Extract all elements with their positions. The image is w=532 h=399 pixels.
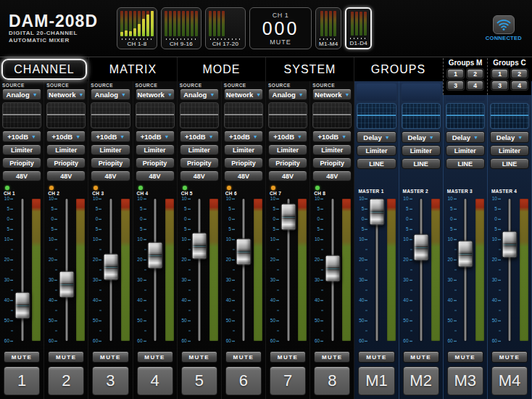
limiter-button[interactable]: Limiter (402, 145, 441, 156)
priority-button[interactable]: Priopity (224, 157, 263, 168)
fader-handle[interactable] (14, 292, 30, 319)
channel-select-button[interactable]: 1 (4, 366, 40, 395)
fader-handle[interactable] (502, 231, 518, 258)
mute-button[interactable]: MUTE (270, 351, 306, 363)
limiter-button[interactable]: Limiter (46, 144, 86, 155)
mute-button[interactable]: MUTE (137, 351, 173, 363)
fader-track[interactable] (21, 199, 24, 341)
mute-button[interactable]: MUTE (314, 351, 350, 363)
group-button-groups-m-1[interactable]: 1 (447, 69, 464, 78)
fader-track[interactable] (464, 199, 467, 341)
source-select[interactable]: Network▼ (46, 89, 86, 100)
gain-select[interactable]: +10dB▼ (268, 131, 307, 142)
limiter-button[interactable]: Limiter (446, 145, 485, 156)
channel-select-button[interactable]: 2 (48, 366, 84, 395)
line-button[interactable]: LINE (446, 158, 485, 169)
phantom-48v-button[interactable]: 48V (136, 170, 175, 181)
meter-group-d1-d4[interactable]: D1-D4 (345, 7, 372, 49)
channel-select-button[interactable]: M1 (358, 366, 394, 395)
delay-select[interactable]: Delay▼ (490, 131, 529, 143)
channel-select-button[interactable]: M4 (491, 366, 528, 395)
eq-display[interactable] (268, 102, 307, 128)
priority-button[interactable]: Priopity (91, 157, 130, 168)
fader-track[interactable] (508, 199, 511, 341)
meter-group-ch-1-8[interactable]: CH 1-8 (117, 7, 157, 49)
limiter-button[interactable]: Limiter (490, 145, 529, 156)
channel-select-button[interactable]: M3 (447, 366, 483, 395)
limiter-button[interactable]: Limiter (224, 144, 263, 155)
line-button[interactable]: LINE (402, 158, 441, 169)
eq-display[interactable] (224, 102, 263, 128)
tab-channel[interactable]: CHANNEL (1, 59, 87, 80)
meter-group-m1-m4[interactable]: M1-M4 (315, 7, 341, 49)
phantom-48v-button[interactable]: 48V (268, 170, 307, 181)
phantom-48v-button[interactable]: 48V (224, 170, 263, 181)
tab-mode[interactable]: MODE (177, 57, 265, 81)
phantom-48v-button[interactable]: 48V (180, 170, 219, 181)
gain-select[interactable]: +10dB▼ (312, 131, 352, 142)
eq-display[interactable] (357, 103, 396, 129)
fader-handle[interactable] (59, 271, 74, 297)
delay-select[interactable]: Delay▼ (357, 131, 396, 143)
priority-button[interactable]: Priopity (180, 157, 219, 168)
group-button-groups-c-3[interactable]: 3 (491, 81, 508, 90)
channel-select-button[interactable]: 6 (225, 366, 262, 395)
limiter-button[interactable]: Limiter (136, 144, 175, 155)
channel-select-button[interactable]: 8 (314, 366, 350, 395)
priority-button[interactable]: Priopity (268, 157, 307, 168)
fader-handle[interactable] (280, 204, 296, 231)
source-select[interactable]: Analog▼ (91, 89, 130, 100)
source-select[interactable]: Analog▼ (2, 89, 41, 100)
limiter-button[interactable]: Limiter (91, 144, 130, 155)
line-button[interactable]: LINE (357, 158, 396, 169)
fader-handle[interactable] (192, 232, 207, 259)
phantom-48v-button[interactable]: 48V (312, 170, 352, 181)
delay-select[interactable]: Delay▼ (402, 131, 441, 143)
source-select[interactable]: Network▼ (224, 89, 263, 100)
eq-display[interactable] (2, 102, 41, 128)
eq-display[interactable] (402, 103, 441, 129)
fader-handle[interactable] (148, 242, 163, 269)
source-select[interactable]: Network▼ (136, 89, 175, 100)
source-select[interactable]: Network▼ (312, 89, 352, 100)
fader-track[interactable] (242, 199, 245, 341)
eq-display[interactable] (136, 102, 175, 128)
connection-indicator[interactable]: CONNECTED (486, 15, 522, 41)
gain-select[interactable]: +10dB▼ (136, 131, 175, 142)
eq-display[interactable] (91, 102, 130, 128)
source-select[interactable]: Analog▼ (268, 89, 307, 100)
line-button[interactable]: LINE (490, 158, 529, 169)
fader-handle[interactable] (103, 254, 118, 281)
phantom-48v-button[interactable]: 48V (91, 170, 130, 181)
group-button-groups-m-4[interactable]: 4 (467, 81, 483, 90)
mute-button[interactable]: MUTE (4, 351, 40, 363)
group-button-groups-m-2[interactable]: 2 (467, 69, 483, 78)
eq-display[interactable] (180, 102, 219, 128)
limiter-button[interactable]: Limiter (268, 144, 307, 155)
eq-display[interactable] (312, 102, 352, 128)
limiter-button[interactable]: Limiter (312, 144, 352, 155)
mute-button[interactable]: MUTE (225, 351, 262, 363)
priority-button[interactable]: Priopity (312, 157, 352, 168)
gain-select[interactable]: +10dB▼ (180, 131, 219, 142)
mute-button[interactable]: MUTE (92, 351, 128, 363)
gain-select[interactable]: +10dB▼ (2, 131, 41, 142)
tab-groups[interactable]: GROUPS (354, 57, 442, 81)
meter-group-ch-9-16[interactable]: CH 9-16 (161, 7, 201, 49)
tab-system[interactable]: SYSTEM (265, 57, 354, 81)
fader-track[interactable] (198, 199, 201, 341)
channel-select-button[interactable]: 5 (181, 366, 217, 395)
phantom-48v-button[interactable]: 48V (46, 170, 86, 181)
eq-display[interactable] (46, 102, 86, 128)
fader-track[interactable] (420, 199, 423, 341)
group-button-groups-c-2[interactable]: 2 (511, 69, 528, 78)
mute-button[interactable]: MUTE (403, 351, 439, 363)
fader-handle[interactable] (236, 238, 252, 265)
fader-track[interactable] (154, 199, 157, 341)
group-button-groups-c-4[interactable]: 4 (511, 81, 528, 90)
mute-button[interactable]: MUTE (358, 351, 394, 363)
fader-handle[interactable] (414, 234, 429, 260)
priority-button[interactable]: Priopity (46, 157, 86, 168)
priority-button[interactable]: Priopity (136, 157, 175, 168)
group-button-groups-m-3[interactable]: 3 (447, 81, 464, 90)
